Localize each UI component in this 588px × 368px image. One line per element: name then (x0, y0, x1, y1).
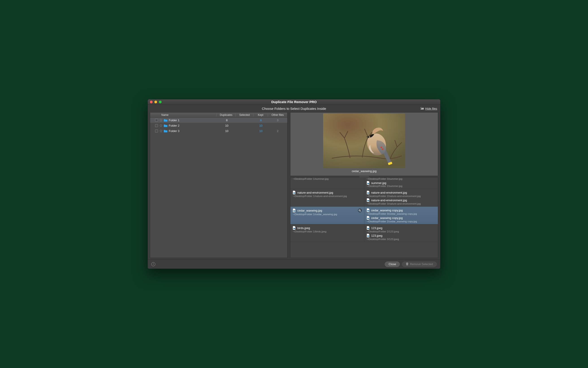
star-icon[interactable] (159, 119, 163, 122)
col-header-selected[interactable]: Selected (236, 113, 253, 117)
file-entry[interactable]: 123.jpeg (367, 233, 436, 237)
col-header-duplicates[interactable]: Duplicates (217, 113, 235, 117)
svg-line-8 (360, 211, 361, 211)
remove-selected-button[interactable]: Remove Selected (402, 262, 437, 267)
svg-rect-12 (367, 228, 369, 229)
file-entry[interactable]: cedar_waxwing copy.jpg (367, 208, 436, 212)
file-entry[interactable]: 123.jpeg (367, 225, 436, 230)
svg-point-7 (359, 210, 360, 211)
cell-duplicates: 10 (217, 129, 236, 133)
file-path: ~/Desktop/Folder 1/cedar_waxwing.jpg (293, 213, 362, 216)
file-name: 123.jpeg (371, 226, 382, 230)
svg-rect-9 (367, 210, 369, 211)
image-file-icon (293, 226, 296, 230)
svg-rect-2 (367, 183, 369, 184)
file-name: cedar_waxwing.jpg (297, 209, 322, 212)
file-name: summer.jpg (371, 181, 386, 185)
group-right: ~/Desktop/Folder 3/summer.jpgsummer.jpg~… (364, 177, 438, 189)
svg-rect-4 (367, 193, 369, 194)
file-name: nature-and-environment.jpg (371, 199, 407, 202)
image-file-icon (293, 209, 296, 212)
svg-rect-0 (323, 113, 405, 168)
subheader-title: Choose Folders to Select Duplicates Insi… (148, 107, 440, 110)
image-file-icon (367, 216, 370, 220)
folders-table: Name Duplicates Selected Kept Other file… (150, 112, 288, 258)
col-header-name[interactable]: Name (150, 113, 217, 117)
cell-duplicates: 10 (217, 124, 236, 127)
titlebar: Duplicate File Remover PRO (148, 99, 440, 105)
file-entry[interactable]: birds.jpeg (293, 225, 362, 230)
cell-kept[interactable]: 10 (254, 124, 268, 127)
file-entry[interactable]: nature-and-environment.jpg (293, 190, 362, 194)
file-name: nature-and-environment.jpg (371, 191, 407, 194)
image-file-icon (367, 181, 370, 185)
duplicate-group[interactable]: cedar_waxwing.jpg~/Desktop/Folder 1/ceda… (290, 207, 438, 224)
duplicate-group[interactable]: nature-and-environment.jpg~/Desktop/Fold… (290, 189, 438, 207)
col-header-other[interactable]: Other files (268, 113, 287, 117)
footer: i Close Remove Selected (148, 259, 440, 269)
file-entry[interactable]: cedar_waxwing.jpg (293, 208, 362, 212)
cell-other: 3 (268, 119, 287, 122)
svg-rect-5 (367, 200, 369, 201)
file-path: ~/Desktop/Folder 3/123.jpeg (367, 238, 436, 240)
file-name: cedar_waxwing copy.jpg (371, 209, 403, 212)
star-icon[interactable] (159, 124, 163, 127)
info-button[interactable]: i (151, 262, 155, 266)
file-name: cedar_waxwing copy.jpg (371, 216, 403, 220)
quicklook-icon[interactable] (358, 208, 362, 212)
duplicate-file-list[interactable]: ~/Desktop/Folder 1/summer.jpg~/Desktop/F… (290, 177, 438, 258)
svg-rect-10 (367, 218, 369, 219)
cell-kept[interactable]: 8 (254, 119, 268, 122)
app-title: Duplicate File Remover PRO (148, 100, 440, 104)
svg-rect-11 (293, 228, 295, 229)
preview-image[interactable] (323, 113, 405, 168)
image-file-icon (367, 234, 370, 237)
file-path: ~/Desktop/Folder 1/birds.jpeg (293, 230, 362, 233)
hide-files-link[interactable]: Hide files (420, 107, 437, 110)
file-entry[interactable]: nature-and-environment.jpg (367, 190, 436, 194)
group-left: ~/Desktop/Folder 1/summer.jpg (290, 177, 364, 189)
cell-duplicates: 8 (217, 119, 236, 122)
file-path: ~/Desktop/Folder 1/nature-and-environmen… (293, 195, 362, 197)
duplicate-group[interactable]: ~/Desktop/Folder 1/summer.jpg~/Desktop/F… (290, 177, 438, 189)
file-name: 123.jpeg (371, 234, 382, 237)
group-right: 123.jpeg~/Desktop/Folder 2/123.jpeg123.j… (364, 224, 438, 242)
file-entry[interactable]: cedar_waxwing copy.jpg (367, 215, 436, 220)
file-path: ~/Desktop/Folder 2/123.jpeg (367, 230, 436, 233)
folder-name: Folder 3 (169, 129, 217, 133)
image-file-icon (367, 191, 370, 194)
file-path: ~/Desktop/Folder 3/cedar_waxwing copy.jp… (367, 212, 436, 215)
table-row[interactable]: Folder 1883 (150, 118, 287, 123)
row-checkbox[interactable] (155, 129, 158, 132)
file-entry[interactable]: summer.jpg (367, 180, 436, 185)
cell-kept[interactable]: 10 (254, 129, 268, 133)
group-right: nature-and-environment.jpg~/Desktop/Fold… (364, 189, 438, 206)
image-file-icon (293, 191, 296, 194)
preview-caption: cedar_waxwing.jpg (352, 169, 377, 173)
group-left: cedar_waxwing.jpg~/Desktop/Folder 1/ceda… (290, 207, 364, 224)
row-checkbox[interactable] (155, 119, 158, 122)
folders-table-header: Name Duplicates Selected Kept Other file… (150, 112, 287, 118)
remove-selected-label: Remove Selected (410, 262, 433, 266)
close-button[interactable]: Close (385, 262, 400, 267)
group-right: cedar_waxwing copy.jpg~/Desktop/Folder 3… (364, 207, 438, 224)
file-path: ~/Desktop/Folder 2/cedar_waxwing copy.jp… (367, 220, 436, 223)
star-icon[interactable] (159, 129, 163, 132)
app-window: Duplicate File Remover PRO Choose Folder… (148, 99, 440, 269)
duplicate-group[interactable]: birds.jpeg~/Desktop/Folder 1/birds.jpeg1… (290, 224, 438, 242)
svg-rect-13 (367, 236, 369, 237)
svg-rect-6 (293, 211, 295, 212)
group-left: birds.jpeg~/Desktop/Folder 1/birds.jpeg (290, 224, 364, 242)
hide-files-label: Hide files (425, 107, 437, 110)
file-name: nature-and-environment.jpg (297, 191, 333, 194)
preview-panel: cedar_waxwing.jpg (290, 112, 438, 176)
file-entry[interactable]: nature-and-environment.jpg (367, 197, 436, 202)
row-checkbox[interactable] (155, 124, 158, 127)
folder-icon (164, 124, 167, 127)
table-row[interactable]: Folder 21010 (150, 123, 287, 128)
col-header-kept[interactable]: Kept (253, 113, 268, 117)
content-area: Name Duplicates Selected Kept Other file… (148, 112, 440, 259)
image-file-icon (367, 226, 370, 230)
table-row[interactable]: Folder 310102 (150, 128, 287, 134)
right-panel: cedar_waxwing.jpg ~/Desktop/Folder 1/sum… (290, 112, 438, 258)
